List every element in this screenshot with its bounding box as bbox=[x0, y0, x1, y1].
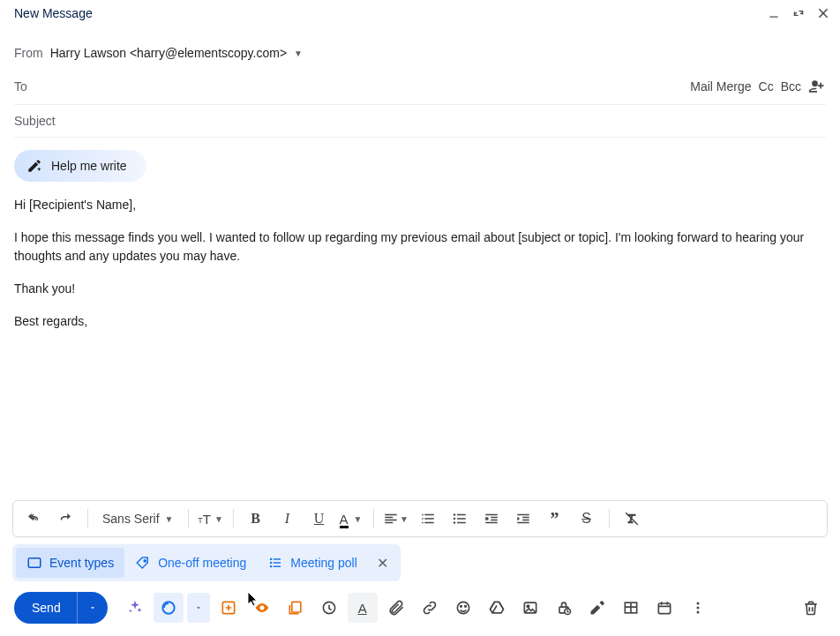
formatting-toolbar: Sans Serif ▼ TT▼ B I U A▼ ▼ ” S bbox=[12, 500, 828, 537]
svg-rect-9 bbox=[274, 558, 281, 560]
svg-rect-7 bbox=[270, 562, 272, 564]
clock-icon[interactable] bbox=[314, 593, 344, 623]
chip-label: Meeting poll bbox=[290, 556, 357, 570]
emoji-icon[interactable] bbox=[448, 593, 478, 623]
indent-more-button[interactable] bbox=[508, 505, 538, 533]
drive-icon[interactable] bbox=[482, 593, 512, 623]
svg-point-17 bbox=[460, 606, 461, 608]
message-body[interactable]: Hi [Recipient's Name], I hope this messa… bbox=[0, 192, 840, 500]
quote-button[interactable]: ” bbox=[540, 505, 570, 533]
chevron-down-icon: ▼ bbox=[165, 514, 174, 524]
svg-rect-14 bbox=[292, 602, 301, 612]
svg-point-27 bbox=[696, 611, 699, 614]
compose-action-bar: Send A bbox=[0, 588, 840, 636]
pencil-sparkle-icon bbox=[26, 158, 42, 174]
svg-rect-0 bbox=[769, 17, 777, 18]
body-line: Thank you! bbox=[14, 280, 826, 298]
svg-point-26 bbox=[696, 607, 699, 610]
svg-point-1 bbox=[453, 513, 454, 515]
underline-button[interactable]: U bbox=[304, 505, 334, 533]
image-icon[interactable] bbox=[515, 593, 545, 623]
body-line: I hope this message finds you well. I wa… bbox=[14, 228, 826, 266]
link-icon[interactable] bbox=[415, 593, 445, 623]
window-title: New Message bbox=[14, 6, 766, 20]
svg-point-20 bbox=[527, 605, 529, 608]
svg-rect-24 bbox=[658, 603, 670, 614]
from-address: Harry Lawson <harry@elementscopy.com> bbox=[50, 46, 287, 60]
redo-button[interactable] bbox=[50, 505, 80, 533]
signature-icon[interactable] bbox=[582, 593, 612, 623]
svg-rect-6 bbox=[270, 558, 272, 560]
undo-button[interactable] bbox=[19, 505, 49, 533]
bcc-button[interactable]: Bcc bbox=[781, 79, 801, 94]
from-value[interactable]: Harry Lawson <harry@elementscopy.com> ▼ bbox=[50, 46, 303, 60]
remove-formatting-button[interactable] bbox=[617, 505, 647, 533]
font-size-button[interactable]: TT▼ bbox=[196, 505, 226, 533]
strikethrough-button[interactable]: S bbox=[572, 505, 602, 533]
svg-point-25 bbox=[696, 602, 699, 605]
font-family-label: Sans Serif bbox=[102, 512, 160, 526]
svg-point-5 bbox=[144, 560, 146, 562]
expand-icon[interactable] bbox=[791, 5, 806, 21]
italic-button[interactable]: I bbox=[273, 505, 303, 533]
svg-point-2 bbox=[453, 518, 454, 520]
table-icon[interactable] bbox=[616, 593, 646, 623]
chip-label: Event types bbox=[49, 556, 114, 570]
discard-draft-button[interactable] bbox=[796, 593, 826, 623]
contacts-icon[interactable] bbox=[808, 78, 826, 95]
align-button[interactable]: ▼ bbox=[381, 505, 411, 533]
svg-rect-11 bbox=[274, 565, 281, 567]
text-format-toggle[interactable]: A bbox=[348, 593, 378, 623]
calendar-icon[interactable] bbox=[649, 593, 679, 623]
to-label[interactable]: To bbox=[14, 79, 27, 94]
send-button[interactable]: Send bbox=[14, 592, 77, 624]
indent-less-button[interactable] bbox=[476, 505, 506, 533]
minimize-icon[interactable] bbox=[766, 5, 782, 21]
calendly-icon[interactable] bbox=[154, 593, 184, 623]
svg-rect-4 bbox=[28, 558, 41, 568]
body-line: Hi [Recipient's Name], bbox=[14, 196, 826, 214]
more-options-button[interactable] bbox=[683, 593, 713, 623]
chip-one-off-meeting[interactable]: One-off meeting bbox=[124, 548, 257, 578]
help-me-write-button[interactable]: Help me write bbox=[14, 150, 146, 182]
chip-event-types[interactable]: Event types bbox=[16, 548, 124, 578]
calendly-dropdown[interactable] bbox=[187, 593, 210, 623]
help-me-write-label: Help me write bbox=[51, 159, 127, 173]
svg-point-18 bbox=[464, 606, 466, 608]
body-line: Best regards, bbox=[14, 312, 826, 331]
bold-button[interactable]: B bbox=[241, 505, 271, 533]
svg-point-3 bbox=[453, 521, 454, 523]
font-family-select[interactable]: Sans Serif ▼ bbox=[95, 512, 181, 526]
text-color-button[interactable]: A▼ bbox=[336, 505, 366, 533]
tag-icon bbox=[135, 555, 151, 571]
close-icon[interactable] bbox=[815, 5, 831, 21]
add-box-icon[interactable] bbox=[214, 593, 244, 623]
sparkle-icon[interactable] bbox=[120, 593, 150, 623]
svg-rect-8 bbox=[270, 565, 272, 567]
chevron-down-icon: ▼ bbox=[294, 49, 303, 58]
confidential-icon[interactable] bbox=[549, 593, 579, 623]
bulleted-list-button[interactable] bbox=[445, 505, 475, 533]
send-options-button[interactable] bbox=[77, 592, 108, 624]
svg-rect-10 bbox=[274, 562, 281, 564]
chip-label: One-off meeting bbox=[158, 556, 246, 570]
chip-meeting-poll[interactable]: Meeting poll bbox=[257, 548, 368, 578]
subject-input[interactable] bbox=[14, 114, 826, 128]
chevron-down-icon bbox=[88, 603, 97, 612]
calendar-chips: Event types One-off meeting Meeting poll… bbox=[12, 544, 401, 581]
poll-icon bbox=[267, 555, 283, 571]
calendar-list-icon bbox=[26, 555, 42, 571]
template-stack-icon[interactable] bbox=[281, 593, 311, 623]
numbered-list-button[interactable] bbox=[413, 505, 443, 533]
mail-merge-button[interactable]: Mail Merge bbox=[690, 79, 751, 94]
cc-button[interactable]: Cc bbox=[759, 79, 774, 94]
attach-icon[interactable] bbox=[381, 593, 411, 623]
chips-close-button[interactable]: ✕ bbox=[368, 555, 397, 572]
eye-icon[interactable] bbox=[247, 593, 277, 623]
from-label: From bbox=[14, 46, 43, 60]
